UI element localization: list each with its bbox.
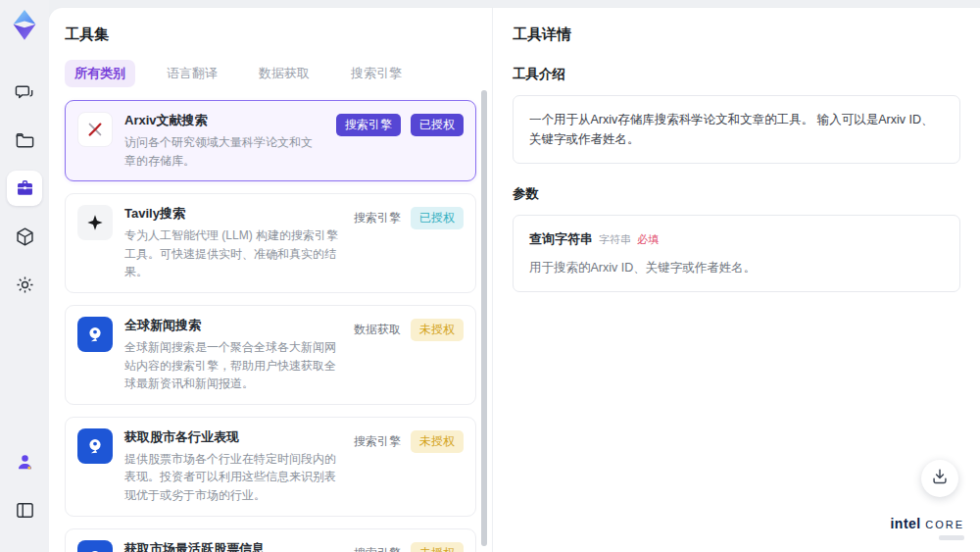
sidebar [0, 0, 49, 552]
cube-icon [15, 226, 35, 247]
intel-logo-accent [939, 535, 964, 540]
main-surface: 工具集 所有类别 语言翻译 数据获取 搜索引擎 Arxiv文献搜索 访问各个研究… [49, 8, 980, 552]
category-badge: 搜索引擎 [336, 114, 401, 136]
tool-card-stock-sectors[interactable]: 获取股市各行业表现 提供股票市场各个行业在特定时间段内的表现。投资者可以利用这些… [65, 417, 476, 517]
param-desc: 用于搜索的Arxiv ID、关键字或作者姓名。 [529, 258, 944, 277]
category-tabs: 所有类别 语言翻译 数据获取 搜索引擎 [65, 60, 476, 87]
sidebar-item-collapse[interactable] [7, 492, 42, 527]
tavily-logo-icon [77, 205, 113, 240]
tool-list-panel: 工具集 所有类别 语言翻译 数据获取 搜索引擎 Arxiv文献搜索 访问各个研究… [49, 8, 492, 552]
tool-card-list: Arxiv文献搜索 访问各个研究领域大量科学论文和文章的存储库。 搜索引擎 已授… [65, 100, 476, 552]
sidebar-item-account[interactable] [7, 444, 42, 479]
intro-heading: 工具介绍 [513, 66, 960, 83]
tool-desc: 访问各个研究领域大量科学论文和文章的存储库。 [124, 133, 320, 170]
tool-desc: 专为人工智能代理 (LLM) 构建的搜索引擎工具。可快速提供实时、准确和真实的结… [124, 226, 338, 281]
user-icon [15, 452, 35, 473]
auth-badge: 未授权 [411, 542, 464, 552]
tool-desc: 提供股票市场各个行业在特定时间段内的表现。投资者可以利用这些信息来识别表现优于或… [124, 450, 338, 505]
tool-card-active-stocks[interactable]: 获取市场最活跃股票信息 提供当天交易量最高的股票列表。投资者可以利用这些信息来识… [65, 528, 476, 552]
tool-card-global-news[interactable]: 全球新闻搜索 全球新闻搜索是一个聚合全球各大新闻网站内容的搜索引擎，帮助用户快速… [65, 305, 476, 405]
panel-collapse-icon [15, 500, 35, 521]
news-search-logo-icon [77, 317, 113, 352]
category-label: 搜索引擎 [354, 545, 401, 552]
category-label: 数据获取 [354, 322, 401, 338]
tool-detail-panel: 工具详情 工具介绍 一个用于从Arxiv存储库搜索科学论文和文章的工具。 输入可… [493, 8, 980, 552]
category-label: 搜索引擎 [354, 433, 401, 450]
arxiv-logo-icon [77, 112, 113, 147]
stock-tool-logo-icon [77, 428, 113, 464]
sidebar-item-packages[interactable] [7, 219, 42, 254]
sidebar-item-settings[interactable] [7, 267, 42, 302]
scrollbar-thumb[interactable] [481, 90, 487, 546]
param-required-badge: 必填 [637, 233, 659, 245]
tool-name: 全球新闻搜索 [124, 317, 338, 334]
param-type: 字符串 [599, 233, 631, 245]
download-button[interactable] [921, 460, 958, 497]
params-heading: 参数 [513, 185, 960, 203]
detail-title: 工具详情 [513, 25, 960, 44]
auth-badge: 未授权 [411, 319, 464, 341]
auth-badge: 已授权 [411, 114, 464, 136]
chat-icon [15, 82, 35, 103]
app-logo-icon [10, 10, 39, 41]
intel-core-logo: intel CORE [890, 515, 964, 540]
tool-name: 获取市场最活跃股票信息 [124, 540, 338, 552]
param-box: 查询字符串字符串必填 用于搜索的Arxiv ID、关键字或作者姓名。 [513, 215, 960, 292]
tool-desc: 全球新闻搜索是一个聚合全球各大新闻网站内容的搜索引擎，帮助用户快速获取全球最新资… [124, 338, 338, 393]
sidebar-item-chat[interactable] [7, 75, 42, 110]
sidebar-item-tools[interactable] [7, 171, 42, 206]
tool-card-arxiv[interactable]: Arxiv文献搜索 访问各个研究领域大量科学论文和文章的存储库。 搜索引擎 已授… [65, 100, 476, 181]
tab-search-engine[interactable]: 搜索引擎 [341, 60, 412, 87]
tab-all-categories[interactable]: 所有类别 [65, 60, 135, 87]
tab-translation[interactable]: 语言翻译 [157, 60, 227, 87]
folder-icon [15, 130, 35, 151]
category-label: 搜索引擎 [354, 210, 401, 226]
auth-badge: 已授权 [411, 207, 464, 229]
briefcase-icon [15, 178, 35, 199]
page-title: 工具集 [65, 25, 476, 44]
tool-name: 获取股市各行业表现 [124, 428, 338, 446]
tool-card-tavily[interactable]: Tavily搜索 专为人工智能代理 (LLM) 构建的搜索引擎工具。可快速提供实… [65, 193, 476, 293]
download-icon [930, 467, 950, 490]
sidebar-item-files[interactable] [7, 123, 42, 158]
intro-box: 一个用于从Arxiv存储库搜索科学论文和文章的工具。 输入可以是Arxiv ID… [513, 95, 960, 164]
stock-tool-logo-icon [77, 540, 113, 552]
tool-name: Tavily搜索 [124, 205, 338, 223]
param-name: 查询字符串 [529, 231, 593, 246]
tool-name: Arxiv文献搜索 [124, 112, 320, 129]
tab-data-fetch[interactable]: 数据获取 [249, 60, 319, 87]
auth-badge: 未授权 [411, 430, 464, 453]
gear-icon [15, 275, 35, 295]
